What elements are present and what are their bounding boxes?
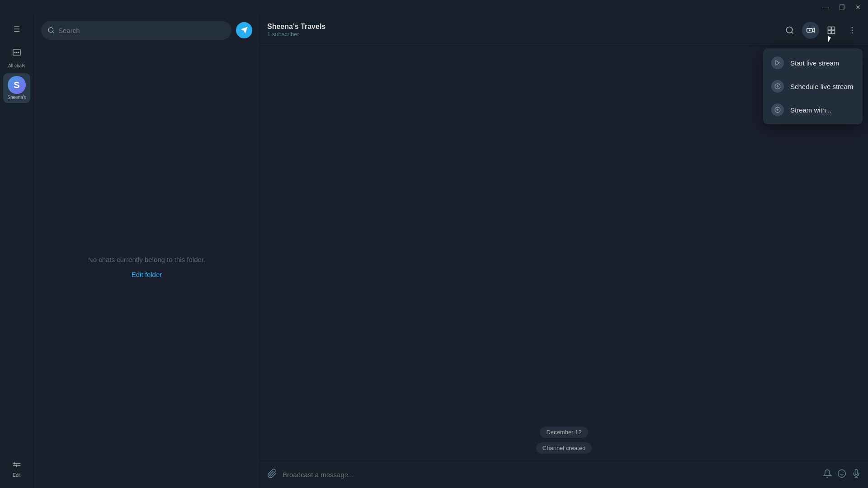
search-header-icon [785,26,794,35]
attach-button[interactable] [267,469,277,481]
svg-point-21 [838,470,846,478]
schedule-live-icon [771,80,784,93]
maximize-button[interactable]: ❐ [835,1,848,14]
svg-line-8 [52,32,54,33]
more-button[interactable] [844,22,861,39]
all-chats-label: All chats [8,63,25,69]
sidebar-item-all-chats[interactable]: All chats [3,42,30,71]
mic-button[interactable] [852,469,861,480]
svg-line-10 [792,32,793,33]
svg-rect-17 [832,30,835,33]
folder-content: No chats currently belong to this folder… [34,46,259,488]
stream-icon [806,26,815,35]
svg-point-7 [48,28,53,33]
chat-title: Sheena's Travels [267,23,776,31]
empty-folder-text: No chats currently belong to this folder… [88,256,205,263]
date-badge: December 12 [540,427,588,438]
chat-area: Sheena's Travels 1 subscriber [260,14,868,488]
mic-icon [852,469,861,478]
sidebar-item-sheena[interactable]: S Sheena's [3,73,30,103]
search-icon [47,27,55,34]
schedule-live-label: Schedule live stream [790,83,853,90]
send-icon [240,26,248,34]
stream-with-item[interactable]: Stream with... [763,98,863,122]
schedule-live-stream-item[interactable]: Schedule live stream [763,75,863,98]
edit-label: Edit [13,473,20,478]
sidebar-menu-button[interactable]: ☰ [6,18,28,40]
start-live-label: Start live stream [790,59,839,67]
more-icon [848,26,857,35]
layout-icon [827,26,836,35]
close-button[interactable]: ✕ [852,1,864,14]
message-input[interactable] [283,471,817,479]
message-input-bar [260,461,868,488]
search-bar [34,14,259,46]
chat-subtitle: 1 subscriber [267,31,776,38]
channel-created-badge: Channel created [536,442,592,454]
app-body: ☰ All chats S Sheena's [0,14,868,488]
sidebar-item-edit[interactable]: Edit [3,457,30,481]
all-chats-icon [8,44,26,62]
start-live-icon [771,56,784,69]
layout-button[interactable] [823,22,840,39]
start-live-stream-item[interactable]: Start live stream [763,51,863,75]
edit-icon [12,460,22,472]
svg-point-20 [852,32,853,33]
menu-icon: ☰ [14,25,20,33]
svg-point-13 [809,30,810,31]
send-button[interactable] [236,22,252,38]
header-actions [781,22,861,39]
svg-point-19 [852,29,853,31]
attach-icon [267,469,277,479]
emoji-icon [837,469,846,478]
folder-panel: No chats currently belong to this folder… [34,14,260,488]
search-input-wrap[interactable] [41,21,231,40]
input-actions [823,469,861,480]
stream-with-label: Stream with... [790,106,832,114]
sheena-avatar: S [8,76,26,94]
search-input[interactable] [58,27,225,34]
svg-point-18 [852,27,853,28]
stream-with-icon [771,103,784,116]
svg-point-1 [16,52,18,53]
bell-button[interactable] [823,469,832,480]
dropdown-menu: Start live stream Schedule live stream [763,48,863,124]
chat-header-info: Sheena's Travels 1 subscriber [267,23,776,38]
svg-rect-14 [828,27,831,30]
svg-marker-12 [812,28,814,32]
chat-header: Sheena's Travels 1 subscriber [260,14,868,46]
title-bar: — ❐ ✕ [0,0,868,14]
svg-marker-26 [776,61,779,66]
sidebar: ☰ All chats S Sheena's [0,14,34,488]
search-button[interactable] [781,22,798,39]
minimize-button[interactable]: — [819,1,832,14]
svg-point-9 [787,27,793,33]
svg-point-0 [14,52,16,53]
sheena-label: Sheena's [7,95,26,100]
svg-point-2 [18,52,19,53]
svg-rect-16 [828,30,831,33]
svg-rect-15 [832,27,835,30]
bell-icon [823,469,832,478]
edit-folder-button[interactable]: Edit folder [132,271,162,278]
emoji-button[interactable] [837,469,846,480]
stream-button[interactable] [802,22,819,39]
